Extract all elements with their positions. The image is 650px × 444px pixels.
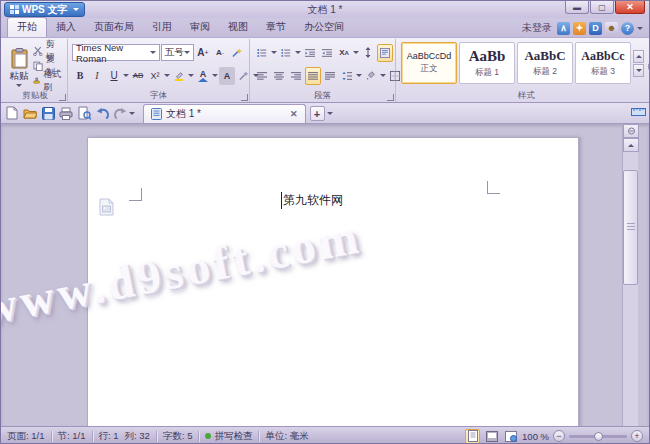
grow-font-button[interactable]: A+ — [195, 44, 211, 62]
status-unit[interactable]: 单位: 毫米 — [265, 430, 308, 443]
status-page[interactable]: 页面: 1/1 — [7, 430, 45, 443]
close-button[interactable]: ✕ — [615, 1, 645, 14]
strikethrough-button[interactable]: AB — [130, 67, 146, 85]
login-status[interactable]: 未登录 — [522, 21, 552, 35]
text-tool-wand-button[interactable] — [229, 44, 245, 62]
tab-office-space[interactable]: 办公空间 — [295, 18, 353, 37]
open-button[interactable] — [21, 104, 39, 122]
underline-caret-icon[interactable] — [123, 74, 129, 77]
status-word-count[interactable]: 字数: 5 — [163, 430, 193, 443]
tab-section[interactable]: 章节 — [257, 18, 295, 37]
document-canvas[interactable]: 第九软件网 www.d9soft.com — [1, 124, 649, 426]
number-caret-icon[interactable] — [295, 51, 301, 54]
shrink-font-button[interactable]: A- — [212, 44, 228, 62]
paste-button[interactable]: 粘贴 — [7, 41, 31, 91]
new-tab-caret-icon[interactable] — [327, 112, 333, 115]
zoom-slider-handle[interactable] — [594, 432, 603, 441]
line-spacing-caret-icon[interactable] — [356, 74, 362, 77]
char-scale-button[interactable]: XA — [336, 44, 352, 62]
font-color-caret-icon[interactable] — [212, 74, 218, 77]
minimize-button[interactable]: ▬ — [565, 1, 589, 14]
print-button[interactable] — [57, 104, 75, 122]
char-scale-caret-icon[interactable] — [353, 51, 359, 54]
distribute-button[interactable] — [322, 67, 338, 85]
web-layout-view-button[interactable] — [503, 429, 518, 444]
superscript-caret-icon[interactable] — [164, 74, 170, 77]
style-gallery-more-button[interactable] — [633, 64, 644, 77]
scroll-up-button[interactable] — [623, 138, 639, 152]
new-document-button[interactable] — [3, 104, 21, 122]
maximize-button[interactable]: ▢ — [590, 1, 614, 14]
status-line[interactable]: 行: 1 — [99, 430, 119, 443]
document-tab[interactable]: 文档 1 * ✕ — [143, 104, 306, 123]
page-view-button[interactable] — [465, 429, 480, 444]
print-preview-button[interactable] — [75, 104, 93, 122]
quick-access-more-caret-icon[interactable] — [129, 112, 135, 115]
zoom-in-button[interactable]: + — [631, 430, 643, 442]
undo-button[interactable] — [93, 104, 111, 122]
tab-page-layout[interactable]: 页面布局 — [85, 18, 143, 37]
tab-view[interactable]: 视图 — [219, 18, 257, 37]
style-heading2[interactable]: AaBbC 标题 2 — [517, 42, 573, 84]
collapse-ribbon-icon[interactable]: ∧ — [557, 22, 570, 35]
shading-button[interactable] — [363, 67, 379, 85]
font-color-button[interactable]: A — [195, 67, 211, 85]
docer-icon[interactable]: D — [589, 22, 602, 35]
attachment-placeholder-icon[interactable] — [99, 198, 114, 216]
paragraph-layout-button[interactable] — [377, 44, 393, 62]
highlight-caret-icon[interactable] — [188, 74, 194, 77]
tab-insert[interactable]: 插入 — [47, 18, 85, 37]
tab-review[interactable]: 审阅 — [181, 18, 219, 37]
superscript-button[interactable]: X² — [147, 67, 163, 85]
tab-home[interactable]: 开始 — [7, 17, 47, 37]
para-spacing-button[interactable] — [360, 44, 376, 62]
tab-references[interactable]: 引用 — [143, 18, 181, 37]
decrease-indent-button[interactable] — [302, 44, 318, 62]
document-page[interactable]: 第九软件网 — [87, 137, 579, 426]
ruler-toggle-button[interactable] — [629, 103, 647, 121]
highlight-color-button[interactable] — [171, 67, 187, 85]
save-button[interactable] — [39, 104, 57, 122]
style-scroll-up-button[interactable] — [633, 50, 644, 63]
style-heading3[interactable]: AaBbCc 标题 3 — [575, 42, 631, 84]
italic-button[interactable]: I — [89, 67, 105, 85]
scrollbar-thumb[interactable] — [623, 170, 638, 285]
font-family-combobox[interactable]: Times New Roman — [72, 44, 160, 61]
fullscreen-view-button[interactable] — [484, 429, 499, 444]
increase-indent-button[interactable] — [319, 44, 335, 62]
format-painter-button[interactable]: 格式刷 — [33, 75, 63, 88]
clipboard-dialog-launcher[interactable] — [59, 94, 66, 101]
align-left-button[interactable] — [254, 67, 270, 85]
zoom-out-button[interactable]: − — [553, 430, 565, 442]
titlebar-more-caret-icon[interactable] — [637, 27, 643, 30]
shading-caret-icon[interactable] — [380, 74, 386, 77]
align-right-button[interactable] — [288, 67, 304, 85]
underline-button[interactable]: U — [106, 67, 122, 85]
status-column[interactable]: 列: 32 — [125, 430, 150, 443]
style-normal[interactable]: AaBbCcDd 正文 — [401, 42, 457, 84]
redo-button[interactable] — [111, 104, 129, 122]
status-section[interactable]: 节: 1/1 — [58, 430, 86, 443]
new-tab-button[interactable]: + — [310, 106, 325, 121]
style-heading1[interactable]: AaBb 标题 1 — [459, 42, 515, 84]
bullet-caret-icon[interactable] — [271, 51, 277, 54]
char-shading-button[interactable]: A — [219, 67, 235, 85]
align-center-button[interactable] — [271, 67, 287, 85]
bold-button[interactable]: B — [72, 67, 88, 85]
document-body-text[interactable]: 第九软件网 — [281, 192, 343, 209]
bullet-list-button[interactable] — [254, 44, 270, 62]
zoom-level[interactable]: 100 % — [522, 431, 549, 442]
justify-button[interactable] — [305, 67, 321, 85]
font-size-combobox[interactable]: 五号 — [161, 44, 194, 61]
font-dialog-launcher[interactable] — [241, 94, 248, 101]
share-icon[interactable]: ☻ — [605, 22, 618, 35]
document-tab-close-icon[interactable]: ✕ — [290, 109, 298, 119]
paragraph-dialog-launcher[interactable] — [387, 94, 394, 101]
zoom-slider[interactable] — [569, 435, 627, 438]
help-icon[interactable]: ? — [621, 22, 634, 35]
spellcheck-status[interactable]: 拼写检查 — [205, 430, 252, 443]
vertical-scrollbar[interactable] — [622, 124, 638, 426]
browse-object-button[interactable] — [623, 124, 639, 138]
skin-icon[interactable]: ✦ — [573, 22, 586, 35]
number-list-button[interactable] — [278, 44, 294, 62]
